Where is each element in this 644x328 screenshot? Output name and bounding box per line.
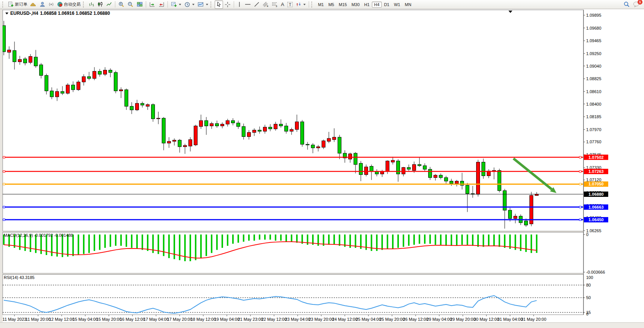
candle-body	[173, 140, 176, 141]
arrows-tool-button[interactable]	[294, 0, 307, 9]
text-tool-icon: A	[281, 2, 284, 7]
candle-body	[247, 132, 251, 136]
line-chart-icon	[106, 2, 112, 7]
candle-body	[439, 175, 443, 177]
zoom-out-button[interactable]	[126, 0, 135, 9]
candle-body	[231, 120, 235, 123]
search-icon[interactable]	[623, 1, 630, 8]
label-tool-icon: T	[287, 2, 293, 7]
fibonacci-button[interactable]: F	[270, 0, 279, 9]
main-toolbar: 新订单 自动交易	[0, 0, 644, 9]
timeframe-button-m15[interactable]: M15	[336, 2, 349, 8]
candle-body	[317, 147, 320, 148]
time-axis-label: 11 May 2023	[3, 317, 27, 322]
time-axis-label: 16 May 12:00	[120, 317, 145, 322]
candle-body	[40, 65, 43, 75]
timeframe-button-d1[interactable]: D1	[382, 2, 392, 8]
hline-handle[interactable]	[579, 156, 581, 158]
profile-button[interactable]	[38, 0, 47, 9]
zoom-in-button[interactable]	[117, 0, 126, 9]
candle-body	[66, 85, 70, 93]
hline-handle[interactable]	[3, 183, 5, 185]
macd-axis-label: -0.003666	[586, 270, 605, 274]
timeframe-button-w1[interactable]: W1	[392, 2, 403, 8]
rsi-indicator-label: RSI(14) 43.3185	[4, 275, 35, 280]
ohlc-values: 1.06858 1.06916 1.06852 1.06880	[40, 11, 110, 16]
main-pane	[3, 10, 583, 231]
clock-icon	[184, 2, 190, 8]
price-badge-label: 1.07502	[588, 155, 604, 160]
timeframe-button-mn[interactable]: MN	[402, 2, 413, 8]
toolbar-grip	[2, 2, 5, 8]
candle-body	[226, 120, 230, 124]
signal-button[interactable]	[47, 0, 56, 9]
candlestick-button[interactable]	[96, 0, 105, 9]
gold-button[interactable]	[29, 0, 38, 9]
chart-shift-button[interactable]	[157, 0, 166, 9]
dropdown-caret	[206, 4, 208, 5]
candlestick-icon	[97, 2, 103, 7]
notification-badge: 1	[638, 0, 642, 5]
candle-body	[285, 126, 288, 131]
notifications-button[interactable]: 1	[633, 1, 640, 8]
chevron-down-icon[interactable]	[5, 13, 8, 14]
channel-button[interactable]: E	[261, 0, 270, 9]
time-axis-label: 15 May 04:00	[73, 317, 98, 322]
candle-body	[445, 177, 448, 181]
candle-body	[82, 77, 86, 82]
status-strip	[0, 322, 644, 328]
hline-handle[interactable]	[3, 171, 5, 173]
bar-chart-icon	[89, 2, 94, 7]
hline-handle[interactable]	[579, 183, 581, 185]
price-axis-label: 1.08610	[586, 89, 601, 94]
price-badge-label: 1.06450	[588, 217, 604, 222]
hline-handle[interactable]	[579, 206, 581, 208]
candle-body	[354, 153, 357, 165]
autotrade-button[interactable]: 自动交易	[56, 0, 82, 9]
candle-body	[386, 161, 389, 171]
autotrade-icon	[57, 2, 63, 7]
chart-window[interactable]: 1.098951.096801.094651.092501.090401.088…	[0, 9, 644, 328]
cursor-button[interactable]	[215, 0, 223, 9]
timeframe-button-h4[interactable]: H4	[372, 2, 382, 8]
candle-body	[301, 122, 304, 144]
hline-handle[interactable]	[3, 206, 5, 208]
tile-windows-button[interactable]	[135, 0, 144, 9]
vertical-line-button[interactable]	[236, 0, 243, 9]
chart-canvas[interactable]: 1.098951.096801.094651.092501.090401.088…	[0, 9, 644, 328]
candle-body	[205, 120, 208, 126]
candle-body	[141, 103, 144, 105]
price-axis-label: 1.08400	[586, 102, 601, 106]
hline-handle[interactable]	[579, 171, 581, 173]
timeframe-button-m1[interactable]: M1	[316, 2, 326, 8]
hline-handle[interactable]	[579, 219, 581, 221]
candle-body	[290, 130, 293, 132]
text-button[interactable]: A	[279, 0, 286, 9]
periods-button[interactable]	[183, 0, 196, 9]
new-order-button[interactable]: 新订单	[6, 0, 29, 9]
trendline-button[interactable]	[252, 0, 261, 9]
timeframe-button-m5[interactable]: M5	[326, 2, 336, 8]
toolbar-right: 1	[623, 1, 642, 8]
line-chart-button[interactable]	[105, 0, 113, 9]
candle-body	[88, 77, 91, 79]
rsi-axis-label: 80	[586, 283, 591, 287]
timeframe-button-h1[interactable]: H1	[362, 2, 372, 8]
templates-button[interactable]	[196, 0, 210, 9]
crosshair-button[interactable]	[223, 0, 232, 9]
autoscroll-button[interactable]	[148, 0, 157, 9]
indicators-button[interactable]	[169, 0, 183, 9]
hline-handle[interactable]	[3, 219, 5, 221]
arrows-tool-icon	[296, 2, 301, 7]
toolbar-separator	[234, 1, 234, 8]
profile-icon	[40, 2, 45, 7]
candle-body	[189, 139, 192, 146]
autoscroll-icon	[149, 2, 155, 7]
bar-chart-button[interactable]	[87, 0, 96, 9]
text-label-button[interactable]: T	[286, 0, 295, 9]
hline-handle[interactable]	[3, 156, 5, 158]
horizontal-line-button[interactable]	[243, 0, 252, 9]
time-axis-label: 26 May 12:00	[403, 317, 429, 322]
timeframe-button-m30[interactable]: M30	[349, 2, 362, 8]
svg-text:E: E	[267, 5, 268, 7]
